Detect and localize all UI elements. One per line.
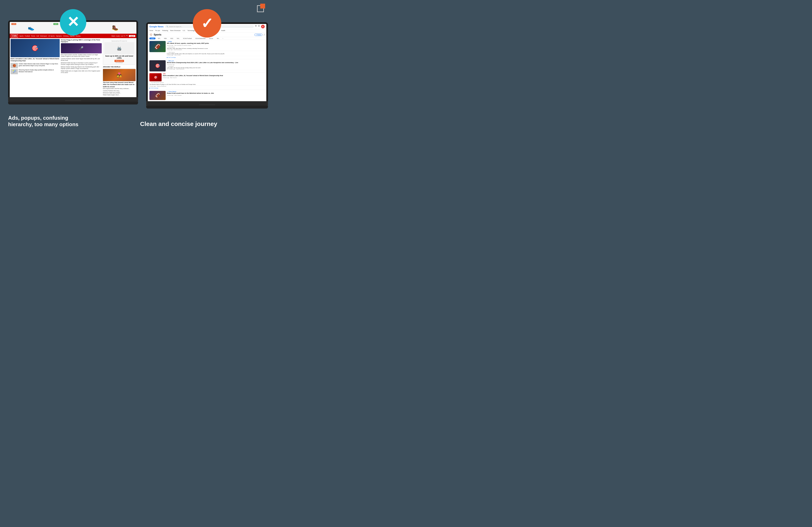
gnews-nav-for-you[interactable]: For you xyxy=(155,30,160,32)
nav-tennis[interactable]: Tennis xyxy=(31,35,35,37)
ad-feedback-label: Ad Feedback xyxy=(104,62,134,63)
bad-caption: Ads, popups, confusing hierarchy, too ma… xyxy=(8,115,132,128)
yahoo-headline[interactable]: Robert Kraft would have to fire Belichic… xyxy=(167,92,265,94)
article-yahoo-row: 🏈 — Yahoo Sports Robert Kraft would have… xyxy=(149,91,265,100)
shoe-badge-1: +22% xyxy=(11,23,16,25)
user-avatar[interactable]: K xyxy=(261,25,265,28)
bad-caption-text: Ads, popups, confusing hierarchy, too ma… xyxy=(8,115,85,128)
shoe-badge-2: +80% xyxy=(53,23,58,25)
nav-climbing[interactable]: Climbing xyxy=(63,35,69,37)
tab-more[interactable]: NA... xyxy=(216,37,221,39)
cnn-body: 🎯 Darts sensation Luke Littler, 16, 'foc… xyxy=(10,38,136,97)
laptop-foot-good xyxy=(146,106,268,108)
sports-baseball-icon: ⚾ xyxy=(149,33,153,36)
ad-read-more-button[interactable]: Read more xyxy=(115,60,124,62)
wsj-darts-story: — The Wall Street Journal The Newest Spo… xyxy=(149,82,265,87)
article-darts: 🎯 — BBC.com World Darts Championship fin… xyxy=(148,59,266,90)
main-headline: Darts sensation Luke Littler, 16, 'focus… xyxy=(11,58,60,62)
football-image: 🏈 xyxy=(149,41,166,52)
center-text-5: Rafael Nadal wins on singles return afte… xyxy=(61,70,102,74)
gnews-nav-home[interactable]: Home xyxy=(149,30,153,32)
nav-hockey[interactable]: Hockey xyxy=(76,35,81,37)
settings-icon[interactable]: ⚙ xyxy=(255,25,257,28)
yahoo-article-image: 🏈 xyxy=(149,91,166,100)
nav-sports[interactable]: Sports xyxy=(19,35,24,37)
right-section: ✓ Google News 🔍 Search for topics xyxy=(146,6,268,108)
tab-nhl[interactable]: NHL xyxy=(176,37,181,39)
google-news-logo: Google News xyxy=(149,25,164,28)
sponsored-label: Sponsored by HP Instant Ink xyxy=(104,40,134,42)
article-darts-image: 🎯 xyxy=(149,60,166,71)
gnews-nav-following[interactable]: Following xyxy=(162,30,168,32)
cnn-darts-content: CNN Darts sensation Luke Littler, 16, 'f… xyxy=(163,73,223,81)
tab-nba[interactable]: NBA xyxy=(163,37,168,39)
laptop-trackpad-good xyxy=(199,104,215,105)
tab-ncaa-football[interactable]: NCAA Football xyxy=(182,37,193,39)
nav-search-icon[interactable]: 🔍 xyxy=(126,35,128,37)
cnn-right-column: Sponsored by HP Instant Ink 🖨️ Save up t… xyxy=(103,39,135,96)
follow-button[interactable]: + Follow xyxy=(255,34,262,36)
gear-icon[interactable]: ☰ xyxy=(258,25,260,28)
shoe-item-3: 🥾 xyxy=(95,23,135,33)
nfl-full-coverage[interactable]: ▶ Full Coverage xyxy=(167,57,265,58)
center-text-4: Melissa Hoskins' family pay tribute to h… xyxy=(61,66,102,70)
darts-full-coverage[interactable]: ▶ Full Coverage xyxy=(149,87,265,89)
sub-article-img-2: 🎾 xyxy=(11,69,18,74)
yahoo-meta: 3 hours ago · John Tomase xyxy=(167,95,265,96)
nfl-sub-2-source: — CBS Sports xyxy=(167,52,265,53)
nav-watch[interactable]: Watch xyxy=(112,35,116,37)
tab-ncaa-basketball[interactable]: NCAA Basketball xyxy=(194,37,207,39)
cnn-darts-headline[interactable]: Darts sensation Luke Littler, 16, 'focus… xyxy=(163,75,223,77)
nav-us-sports[interactable]: US Sports xyxy=(48,35,55,37)
tab-soccer[interactable]: Soccer xyxy=(208,37,214,39)
center-headline: Snoop Dogg is joining NBC's coverage of … xyxy=(61,39,102,43)
nav-audio[interactable]: Audio xyxy=(116,35,120,37)
gnews-nav-health[interactable]: Health xyxy=(221,30,225,32)
nfl-sub-1: — FOX Sports 2023 NFL odds: Best Week 18… xyxy=(167,46,265,51)
cnn-source-label: CNN xyxy=(163,73,223,74)
gnews-nav-us[interactable]: U.S. xyxy=(183,30,186,32)
cnn-darts-story: 🎯 CNN Darts sensation Luke Littler, 16, … xyxy=(149,72,265,81)
tab-mlb[interactable]: MLB xyxy=(169,37,174,39)
laptop-trackpad-bad xyxy=(65,100,81,101)
laptop-base-good xyxy=(146,101,268,106)
gnews-nav-news-showcase[interactable]: News Showcase xyxy=(170,30,181,32)
around-world-section: AROUND THE WORLD 💑 The love story that m… xyxy=(103,66,135,96)
nfl-sub-2: — CBS Sports Frisco's Week 18 NFL picks:… xyxy=(167,51,265,56)
cnn-center-column: Snoop Dogg is joining NBC's coverage of … xyxy=(61,39,102,96)
yahoo-source: — Yahoo Sports xyxy=(167,91,265,92)
share-icon[interactable]: ⤴ xyxy=(264,34,265,36)
darts-headline[interactable]: World Darts Championship final 2024 LIVE… xyxy=(167,62,265,64)
gnews-nav-technology[interactable]: Technology xyxy=(187,30,194,32)
sub-article-text-1: Golden State Warriors take down Orlando … xyxy=(19,63,60,66)
darts-sub-articles: — Dreadigm Luke Littler: The 16-year-old… xyxy=(167,65,265,70)
article-nfl-row: 🏈 — ESPN NFL Week 18 buzz, upsets, coach… xyxy=(149,41,265,58)
tab-latest[interactable]: Latest xyxy=(149,37,156,39)
good-indicator-circle: ✓ xyxy=(193,9,221,37)
love-story-title: The love story that moved Lionel Messi: … xyxy=(103,81,135,88)
article-nfl-content: — ESPN NFL Week 18 buzz, upsets, coachin… xyxy=(167,41,265,58)
world-article-4: Rafael Nadal singles return... xyxy=(103,94,135,96)
login-button[interactable]: Log In xyxy=(129,35,135,37)
bottom-captions-section: Ads, popups, confusing hierarchy, too ma… xyxy=(0,108,272,134)
nav-golf[interactable]: Golf xyxy=(37,35,39,37)
tab-nfl[interactable]: NFL xyxy=(157,37,162,39)
wsj-darts-meta: 5 hours ago · Joshua Robinson xyxy=(149,86,265,87)
main-content: ✕ 👟 +22% xyxy=(0,0,272,108)
center-text-2: Carolina Panthers owner David Tepper fin… xyxy=(61,58,102,61)
cnn-darts-image: 🎯 xyxy=(149,73,162,81)
nfl-sub-1-source: — FOX Sports xyxy=(167,46,265,48)
tab-chevron-right[interactable]: › xyxy=(223,37,223,39)
nav-live-tv[interactable]: Live TV xyxy=(120,35,126,37)
cnn-left-column: 🎯 Darts sensation Luke Littler, 16, 'foc… xyxy=(11,39,60,96)
nav-olympics[interactable]: Olympics xyxy=(56,35,62,37)
wsj-source-label: — The Wall Street Journal xyxy=(149,82,265,83)
nav-motorsport[interactable]: Motorsport xyxy=(40,35,47,37)
nav-football[interactable]: Football xyxy=(25,35,30,37)
world-article-3: Mohamed Salah story details... xyxy=(103,92,135,94)
shoe-image-3: 🥾 xyxy=(95,23,135,33)
nfl-headline[interactable]: NFL Week 18 buzz, upsets, coaching hot s… xyxy=(167,42,265,44)
article-nfl-image: 🏈 xyxy=(149,41,166,52)
article-darts-content: — BBC.com World Darts Championship final… xyxy=(167,60,265,70)
ad-image: 🖨️ xyxy=(104,42,134,54)
